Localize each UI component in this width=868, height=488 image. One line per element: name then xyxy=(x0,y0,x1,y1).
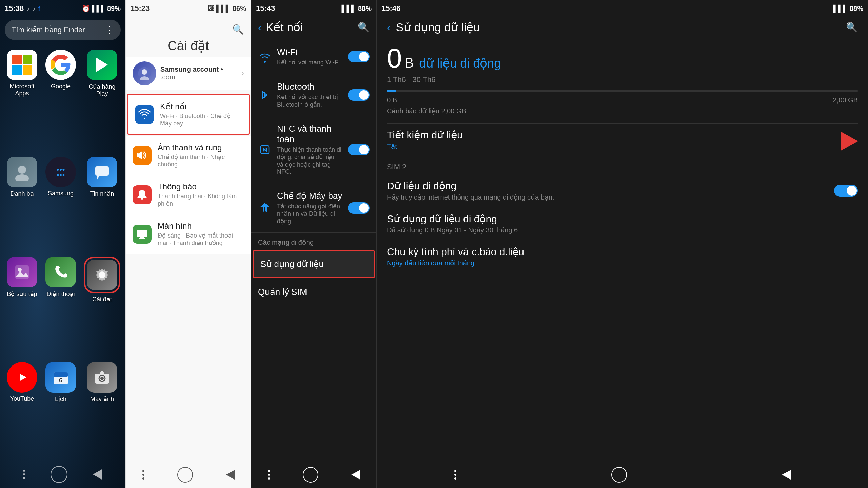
bluetooth-title: Bluetooth xyxy=(277,81,342,92)
du-lieu-di-dong-item[interactable]: Dữ liệu di động Hãy truy cập internet th… xyxy=(387,174,858,207)
calendar-label: Lịch xyxy=(55,395,66,403)
du-lieu-text: Dữ liệu di động Hãy truy cập internet th… xyxy=(387,180,834,201)
su-dung-item[interactable]: Sử dụng dữ liệu di động Đã sử dụng 0 B N… xyxy=(387,207,858,240)
status-icons-home: ⏰ ▌▌▌ 89% xyxy=(82,4,121,13)
mobile-networks-section: Các mạng di động xyxy=(251,233,376,249)
bar-label-left: 0 B xyxy=(387,96,397,104)
data-bar-labels: 0 B 2,00 GB xyxy=(387,96,858,104)
airplane-icon xyxy=(258,201,272,215)
data-usage-title-main: Sử dụng dữ liệu xyxy=(396,20,841,34)
home-button-data[interactable] xyxy=(611,467,627,483)
finder-search-bar[interactable]: Tìm kiếm bằng Finder ⋮ xyxy=(5,20,121,40)
settings-icon xyxy=(87,260,117,290)
contacts-label: Danh bạ xyxy=(10,190,34,198)
wifi-sub: Kết nối với mạng Wi-Fi. xyxy=(277,59,342,66)
settings-title: Cài đặt xyxy=(167,39,209,53)
settings-panel: 15:23 🖼 ▌▌▌ 86% 🔍 Cài đặt Samsung accoun… xyxy=(125,0,251,488)
nfc-sub: Thực hiện thanh toán di động, chia sẻ dữ… xyxy=(277,146,342,175)
settings-title-area: Cài đặt xyxy=(126,38,251,57)
home-button-conn[interactable] xyxy=(303,467,318,483)
airplane-toggle[interactable] xyxy=(348,202,370,214)
home-button-home[interactable] xyxy=(51,466,67,483)
conn-item-airplane[interactable]: Chế độ Máy bay Tắt chức năng gọi điện, n… xyxy=(251,183,376,233)
app-item-phone[interactable]: Điện thoại xyxy=(45,257,76,354)
data-period: 1 Th6 - 30 Th6 xyxy=(387,75,858,84)
status-icons-settings: 🖼 ▌▌▌ 86% xyxy=(207,5,246,13)
nfc-toggle[interactable] xyxy=(348,144,370,155)
recents-button-settings[interactable] xyxy=(142,470,144,480)
connections-header: ‹ Kết nối 🔍 xyxy=(251,17,376,39)
profile-avatar xyxy=(133,61,156,85)
nav-bar-data xyxy=(377,461,868,488)
back-data-icon[interactable]: ‹ xyxy=(387,21,391,34)
app-item-samsung[interactable]: ●●●●●● Samsung xyxy=(45,157,76,249)
data-warning: Cảnh báo dữ liệu 2,00 GB xyxy=(387,107,858,115)
home-button-settings[interactable] xyxy=(177,467,193,483)
chu-ky-item[interactable]: Chu kỳ tính phí và c.báo d.liệu Ngày đầu… xyxy=(387,240,858,273)
conn-item-nfc[interactable]: NFC và thanh toán Thực hiện thanh toán d… xyxy=(251,116,376,183)
more-options-icon[interactable]: ⋮ xyxy=(105,25,114,35)
svg-marker-4 xyxy=(97,176,100,180)
signal-icon: ▌▌▌ xyxy=(92,5,105,12)
gallery-label: Bộ sưu tập xyxy=(7,290,37,298)
app-item-youtube[interactable]: YouTube xyxy=(7,362,37,454)
app-grid: Microsoft Apps Google Cửa hàng Play xyxy=(0,43,125,461)
phone-icon xyxy=(45,257,76,287)
profile-text: Samsung account • .com xyxy=(160,65,223,81)
tiet-kiem-sub: Tắt xyxy=(387,142,837,150)
settings-item-am-thanh[interactable]: Âm thanh và rung Chế độ âm thanh · Nhạc … xyxy=(126,136,251,175)
tiet-kiem-item[interactable]: Tiết kiệm dữ liệu Tắt xyxy=(387,123,858,156)
app-item-camera[interactable]: Máy ảnh xyxy=(84,362,120,454)
settings-item-man-hinh[interactable]: Màn hình Độ sáng · Bảo vệ mắt thoải mái … xyxy=(126,214,251,254)
wifi-settings-icon xyxy=(135,105,154,124)
search-data-icon[interactable]: 🔍 xyxy=(846,22,858,33)
du-lieu-toggle[interactable] xyxy=(834,185,858,197)
recents-button-data[interactable] xyxy=(454,470,456,480)
man-hinh-text: Màn hình Độ sáng · Bảo vệ mắt thoải mái … xyxy=(158,221,244,247)
bluetooth-toggle[interactable] xyxy=(348,89,370,101)
contacts-icon xyxy=(7,157,37,187)
wifi-conn-text: Wi-Fi Kết nối với mạng Wi-Fi. xyxy=(277,47,342,66)
settings-item-ket-noi[interactable]: Kết nối Wi-Fi · Bluetooth · Chế độ Máy b… xyxy=(127,94,250,135)
messages-label: Tin nhắn xyxy=(90,190,114,198)
camera-label: Máy ảnh xyxy=(90,395,114,403)
sim-label: SIM 2 xyxy=(387,163,858,171)
app-item-settings[interactable]: Cài đặt xyxy=(84,257,120,354)
conn-item-data-usage[interactable]: Sử dụng dữ liệu xyxy=(253,250,375,278)
search-label: Tìm kiếm bằng Finder xyxy=(12,25,85,34)
app-item-microsoft[interactable]: Microsoft Apps xyxy=(7,50,37,149)
app-item-google[interactable]: Google xyxy=(45,50,76,149)
recents-button-home[interactable] xyxy=(23,470,25,479)
photo-icon: 🖼 xyxy=(207,5,214,13)
back-button-conn[interactable] xyxy=(351,470,360,480)
back-button-data[interactable] xyxy=(782,470,791,480)
app-item-messages[interactable]: Tin nhắn xyxy=(84,157,120,249)
settings-item-thong-bao[interactable]: Thông báo Thanh trạng thái · Không làm p… xyxy=(126,175,251,214)
app-item-play[interactable]: Cửa hàng Play xyxy=(84,50,120,149)
tiet-kiem-text: Tiết kiệm dữ liệu Tắt xyxy=(387,129,837,150)
back-button-settings[interactable] xyxy=(226,470,235,480)
back-conn-icon[interactable]: ‹ xyxy=(258,21,262,34)
search-conn-icon[interactable]: 🔍 xyxy=(358,22,370,33)
app-item-contacts[interactable]: Danh bạ xyxy=(7,157,37,249)
conn-item-bluetooth[interactable]: Bluetooth Kết nối với các thiết bị Bluet… xyxy=(251,74,376,116)
back-button-home[interactable] xyxy=(93,469,102,480)
messages-icon xyxy=(87,157,117,187)
recents-button-conn[interactable] xyxy=(268,470,270,480)
alarm-icon: ⏰ xyxy=(82,4,90,13)
conn-item-sim[interactable]: Quản lý SIM xyxy=(251,279,376,305)
battery-home: 89% xyxy=(107,5,121,13)
am-thanh-title: Âm thanh và rung xyxy=(158,143,244,152)
tiet-kiem-title: Tiết kiệm dữ liệu xyxy=(387,129,837,141)
time-data: 15:46 xyxy=(381,4,400,13)
ket-noi-text: Kết nối Wi-Fi · Bluetooth · Chế độ Máy b… xyxy=(160,102,242,127)
conn-item-wifi[interactable]: Wi-Fi Kết nối với mạng Wi-Fi. xyxy=(251,39,376,74)
app-item-gallery[interactable]: Bộ sưu tập xyxy=(7,257,37,354)
wifi-toggle[interactable] xyxy=(348,51,370,62)
settings-label: Cài đặt xyxy=(92,296,112,303)
search-settings-icon[interactable]: 🔍 xyxy=(232,24,244,35)
su-dung-sub: Đã sử dụng 0 B Ngày 01 - Ngày 30 tháng 6 xyxy=(387,226,858,234)
app-item-calendar[interactable]: 6 Lịch xyxy=(45,362,76,454)
display-settings-icon xyxy=(133,225,152,244)
settings-profile[interactable]: Samsung account • .com › xyxy=(126,57,251,90)
